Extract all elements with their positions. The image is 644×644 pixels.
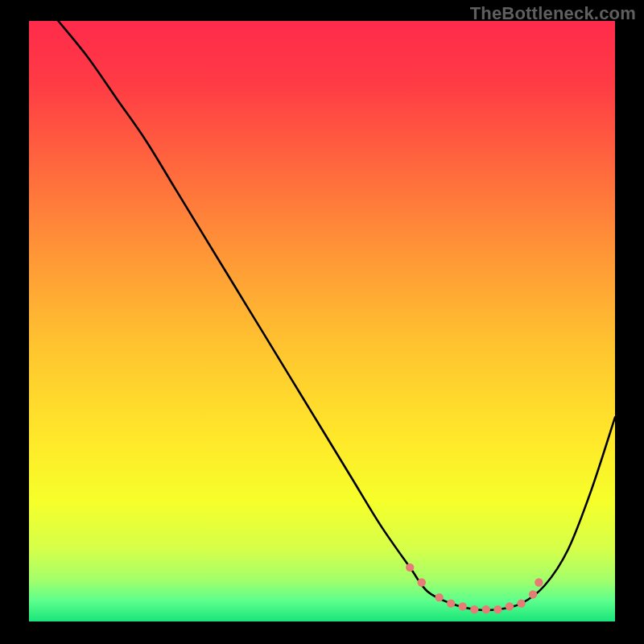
optimal-dot bbox=[418, 578, 426, 586]
optimal-dot bbox=[447, 599, 455, 607]
optimal-dot bbox=[482, 605, 490, 613]
optimal-dot bbox=[535, 578, 543, 586]
optimal-dot bbox=[459, 602, 467, 610]
optimal-dot bbox=[506, 602, 514, 610]
plot-gradient-background bbox=[29, 21, 615, 621]
optimal-dot bbox=[406, 564, 414, 572]
chart-stage: TheBottleneck.com bbox=[0, 0, 644, 644]
optimal-dot bbox=[517, 599, 525, 607]
optimal-dot bbox=[529, 590, 537, 598]
optimal-dot bbox=[493, 605, 502, 613]
optimal-dot bbox=[470, 605, 478, 613]
bottleneck-chart bbox=[0, 0, 644, 644]
optimal-dot bbox=[435, 593, 443, 601]
watermark-text: TheBottleneck.com bbox=[470, 3, 636, 24]
